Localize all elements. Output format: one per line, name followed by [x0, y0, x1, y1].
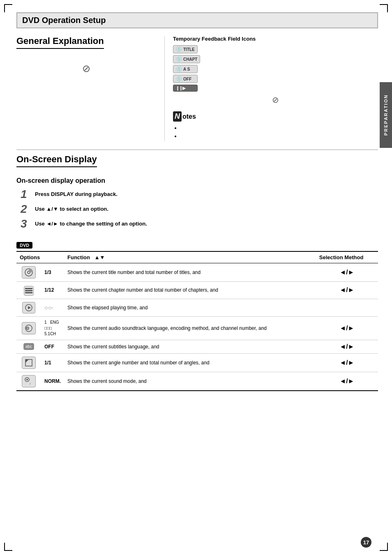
feedback-icon-title: 💿 TITLE	[173, 45, 198, 53]
table-row: 1/1 Shows the current angle number and t…	[16, 353, 378, 372]
row-function-cell: Shows the current sound mode, and	[64, 372, 316, 391]
title-disc-icon	[22, 266, 36, 279]
corner-tl	[4, 4, 12, 12]
table-row: ·:··:·· Shows the elapsed playing time, …	[16, 299, 378, 316]
disc-small-icon: 💿	[176, 46, 182, 52]
feedback-row-as: 💿 A S	[173, 65, 378, 73]
chapter-line-3	[25, 292, 32, 293]
col-selection: Selection Method	[316, 251, 378, 263]
table-row: 1/3 Shows the current title number and t…	[16, 263, 378, 282]
svg-point-6	[27, 328, 28, 329]
table-row: 1/12 Shows the current chapter number an…	[16, 282, 378, 299]
note-item-2	[180, 133, 378, 139]
right-col: Temporary Feedback Field Icons 💿 TITLE 💿…	[164, 36, 378, 141]
row-selection-cell	[316, 299, 378, 316]
feedback-row-chapt: 💿 CHAPT	[173, 55, 378, 63]
disc-small-icon-4: 💿	[176, 76, 182, 82]
title-icon-box	[22, 266, 36, 279]
row-value-cell: NORM.	[41, 372, 64, 391]
row-selection-cell: ◄/►	[316, 282, 378, 299]
corner-br	[380, 543, 388, 551]
osd-section: On-Screen Display On-screen display oper…	[16, 154, 378, 230]
preparation-tab: PREPARATION	[380, 82, 392, 148]
feedback-icon-off: 💿 OFF	[173, 75, 198, 83]
step-2-text: Use ▲/▼ to select an option.	[35, 203, 108, 212]
row-icon-cell	[16, 282, 41, 299]
col-options: Options	[16, 251, 64, 263]
feedback-icons: 💿 TITLE 💿 CHAPT 💿 A S	[173, 45, 378, 105]
table-body: 1/3 Shows the current title number and t…	[16, 263, 378, 391]
row-selection-cell: ◄/►	[316, 263, 378, 282]
disc-small-icon-3: 💿	[176, 66, 182, 72]
audio-icon-box	[22, 322, 36, 334]
row-selection-cell: ◄/►	[316, 372, 378, 391]
row-icon-cell	[16, 353, 41, 372]
time-icon-box	[22, 302, 35, 313]
step-1: 1 Press DISPLAY during playback.	[21, 189, 378, 200]
row-function-cell: Shows the elapsed playing time, and	[64, 299, 316, 316]
row-value-cell: OFF	[41, 340, 64, 353]
row-value-cell: 1 ENG □□□ 5.1CH	[41, 316, 64, 340]
row-value-cell: ·:··:··	[41, 299, 64, 316]
table-row: 1 ENG □□□ 5.1CH Shows the current audio …	[16, 316, 378, 340]
feedback-icon-pause: ❙❙▶	[173, 85, 198, 92]
svg-marker-8	[25, 359, 29, 363]
notes-title: N otes	[173, 111, 378, 122]
step-2: 2 Use ▲/▼ to select an option.	[21, 203, 378, 215]
row-icon-cell: ♪	[16, 372, 41, 391]
svg-point-10	[26, 379, 28, 380]
feedback-icon-as: 💿 A S	[173, 65, 198, 73]
table-row: abc OFF Shows the current subtitles lang…	[16, 340, 378, 353]
row-function-cell: Shows the current subtitles language, an…	[64, 340, 316, 353]
dvd-badge: DVD	[16, 242, 32, 249]
row-selection-cell: ◄/►	[316, 340, 378, 353]
left-col: General Explanation ⊘	[16, 36, 164, 141]
main-table: Options Function ▲▼ Selection Method 1/3…	[16, 251, 378, 391]
page-title: DVD Operation Setup	[22, 16, 372, 25]
osd-title: On-Screen Display	[16, 154, 97, 167]
row-function-cell: Shows the current angle number and total…	[64, 353, 316, 372]
step-3: 3 Use ◄/► to change the setting of an op…	[21, 218, 378, 230]
header-box: DVD Operation Setup	[16, 12, 378, 28]
step-1-number: 1	[21, 189, 35, 200]
row-icon-cell: abc	[16, 340, 41, 353]
divider-1	[16, 150, 378, 150]
upper-section: General Explanation ⊘ Temporary Feedback…	[16, 36, 378, 141]
row-icon-cell	[16, 316, 41, 340]
svg-point-1	[28, 271, 30, 274]
row-icon-cell	[16, 263, 41, 282]
svg-marker-3	[28, 306, 31, 309]
general-explanation-icon: ⊘	[16, 63, 156, 74]
notes-section: N otes	[173, 111, 378, 139]
disc-small-icon-2: 💿	[176, 56, 182, 62]
corner-tr	[380, 4, 388, 12]
subtitle-icon-box: abc	[23, 343, 34, 350]
step-3-number: 3	[21, 218, 35, 230]
feedback-row-off: 💿 OFF	[173, 75, 378, 83]
row-selection-cell: ◄/►	[316, 353, 378, 372]
chapter-line-2	[25, 290, 32, 291]
notes-list	[173, 125, 378, 139]
row-icon-cell	[16, 299, 41, 316]
feedback-bottom-icon: ⊘	[173, 95, 378, 105]
step-3-text: Use ◄/► to change the setting of an opti…	[35, 218, 147, 227]
notes-N-letter: N	[173, 111, 182, 122]
angle-icon-box	[22, 357, 36, 369]
sound-icon-box: ♪	[22, 375, 36, 387]
note-item-1	[180, 125, 378, 131]
feedback-title: Temporary Feedback Field Icons	[173, 36, 378, 42]
osd-sub-title: On-screen display operation	[16, 177, 378, 184]
table-header-row: Options Function ▲▼ Selection Method	[16, 251, 378, 263]
col-function: Function ▲▼	[64, 251, 316, 263]
step-2-number: 2	[21, 203, 35, 215]
svg-text:♪: ♪	[29, 382, 31, 385]
row-value-cell: 1/3	[41, 263, 64, 282]
notes-otes: otes	[182, 113, 196, 120]
feedback-row-pause: ❙❙▶	[173, 85, 378, 92]
feedback-row-title: 💿 TITLE	[173, 45, 378, 53]
row-function-cell: Shows the current chapter number and tot…	[64, 282, 316, 299]
row-function-cell: Shows the current title number and total…	[64, 263, 316, 282]
steps-container: 1 Press DISPLAY during playback. 2 Use ▲…	[21, 189, 378, 230]
feedback-icon-chapt: 💿 CHAPT	[173, 55, 200, 63]
row-function-cell: Shows the current audio soundtrack langu…	[64, 316, 316, 340]
